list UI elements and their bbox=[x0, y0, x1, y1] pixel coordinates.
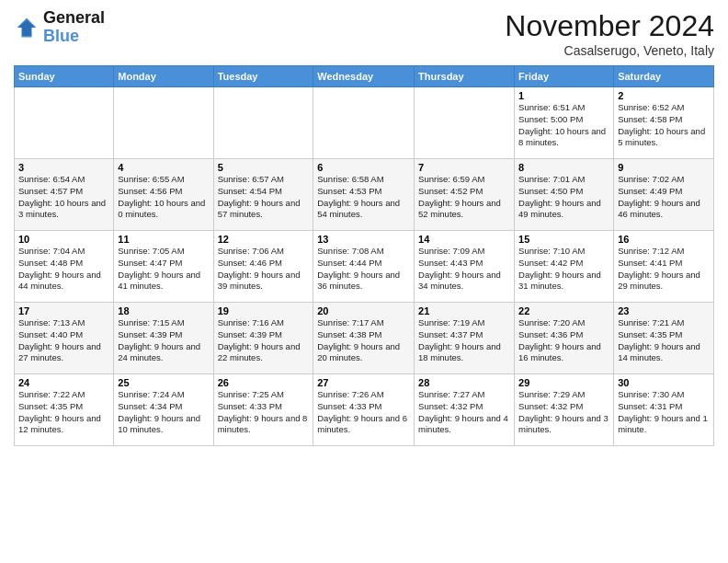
day-info: Sunrise: 7:24 AM Sunset: 4:34 PM Dayligh… bbox=[118, 389, 209, 436]
calendar-cell-w3d0: 17Sunrise: 7:13 AM Sunset: 4:40 PM Dayli… bbox=[15, 303, 114, 374]
calendar-cell-w2d2: 12Sunrise: 7:06 AM Sunset: 4:46 PM Dayli… bbox=[213, 231, 313, 303]
calendar-cell-w0d6: 2Sunrise: 6:52 AM Sunset: 4:58 PM Daylig… bbox=[614, 87, 714, 159]
day-info: Sunrise: 6:59 AM Sunset: 4:52 PM Dayligh… bbox=[418, 174, 510, 221]
calendar-cell-w2d5: 15Sunrise: 7:10 AM Sunset: 4:42 PM Dayli… bbox=[515, 231, 614, 303]
title-block: November 2024 Casalserugo, Veneto, Italy bbox=[505, 9, 714, 58]
day-info: Sunrise: 7:15 AM Sunset: 4:39 PM Dayligh… bbox=[118, 317, 209, 364]
day-info: Sunrise: 7:13 AM Sunset: 4:40 PM Dayligh… bbox=[18, 317, 109, 364]
calendar-cell-w1d3: 6Sunrise: 6:58 AM Sunset: 4:53 PM Daylig… bbox=[313, 159, 415, 231]
day-number: 13 bbox=[317, 234, 410, 245]
day-number: 20 bbox=[317, 305, 410, 316]
calendar-cell-w1d5: 8Sunrise: 7:01 AM Sunset: 4:50 PM Daylig… bbox=[515, 159, 614, 231]
calendar-cell-w4d6: 30Sunrise: 7:30 AM Sunset: 4:31 PM Dayli… bbox=[614, 374, 714, 446]
day-info: Sunrise: 6:54 AM Sunset: 4:57 PM Dayligh… bbox=[18, 174, 109, 221]
day-number: 15 bbox=[518, 234, 609, 245]
calendar-cell-w3d5: 22Sunrise: 7:20 AM Sunset: 4:36 PM Dayli… bbox=[515, 303, 614, 374]
day-info: Sunrise: 7:02 AM Sunset: 4:49 PM Dayligh… bbox=[618, 174, 710, 221]
day-number: 5 bbox=[218, 162, 310, 173]
day-info: Sunrise: 7:29 AM Sunset: 4:32 PM Dayligh… bbox=[518, 389, 609, 436]
day-number: 4 bbox=[118, 162, 209, 173]
calendar-cell-w4d3: 27Sunrise: 7:26 AM Sunset: 4:33 PM Dayli… bbox=[313, 374, 415, 446]
calendar-cell-w1d4: 7Sunrise: 6:59 AM Sunset: 4:52 PM Daylig… bbox=[415, 159, 515, 231]
logo-line2: Blue bbox=[43, 28, 105, 46]
day-info: Sunrise: 7:04 AM Sunset: 4:48 PM Dayligh… bbox=[18, 246, 109, 293]
day-info: Sunrise: 7:05 AM Sunset: 4:47 PM Dayligh… bbox=[118, 246, 209, 293]
day-number: 17 bbox=[18, 305, 109, 316]
day-number: 30 bbox=[618, 377, 710, 388]
location: Casalserugo, Veneto, Italy bbox=[505, 43, 714, 58]
day-info: Sunrise: 7:17 AM Sunset: 4:38 PM Dayligh… bbox=[317, 317, 410, 364]
day-info: Sunrise: 7:08 AM Sunset: 4:44 PM Dayligh… bbox=[317, 246, 410, 293]
calendar: Sunday Monday Tuesday Wednesday Thursday… bbox=[14, 65, 714, 446]
day-info: Sunrise: 7:26 AM Sunset: 4:33 PM Dayligh… bbox=[317, 389, 410, 436]
day-number: 9 bbox=[618, 162, 710, 173]
day-number: 8 bbox=[518, 162, 609, 173]
page: General Blue November 2024 Casalserugo, … bbox=[0, 0, 728, 563]
col-thursday: Thursday bbox=[415, 66, 515, 87]
day-number: 24 bbox=[18, 377, 109, 388]
day-info: Sunrise: 7:30 AM Sunset: 4:31 PM Dayligh… bbox=[618, 389, 710, 436]
calendar-cell-w1d1: 4Sunrise: 6:55 AM Sunset: 4:56 PM Daylig… bbox=[114, 159, 213, 231]
calendar-cell-w2d0: 10Sunrise: 7:04 AM Sunset: 4:48 PM Dayli… bbox=[15, 231, 114, 303]
calendar-cell-w4d0: 24Sunrise: 7:22 AM Sunset: 4:35 PM Dayli… bbox=[15, 374, 114, 446]
day-number: 3 bbox=[18, 162, 109, 173]
day-number: 26 bbox=[218, 377, 310, 388]
col-sunday: Sunday bbox=[15, 66, 114, 87]
calendar-cell-w3d4: 21Sunrise: 7:19 AM Sunset: 4:37 PM Dayli… bbox=[415, 303, 515, 374]
calendar-cell-w0d2 bbox=[213, 87, 313, 159]
day-info: Sunrise: 7:12 AM Sunset: 4:41 PM Dayligh… bbox=[618, 246, 710, 293]
day-number: 22 bbox=[518, 305, 609, 316]
day-info: Sunrise: 6:52 AM Sunset: 4:58 PM Dayligh… bbox=[618, 102, 710, 149]
day-number: 29 bbox=[518, 377, 609, 388]
logo-icon bbox=[14, 15, 40, 40]
col-monday: Monday bbox=[114, 66, 213, 87]
day-info: Sunrise: 7:22 AM Sunset: 4:35 PM Dayligh… bbox=[18, 389, 109, 436]
month-title: November 2024 bbox=[505, 9, 714, 43]
day-number: 25 bbox=[118, 377, 209, 388]
day-info: Sunrise: 7:01 AM Sunset: 4:50 PM Dayligh… bbox=[518, 174, 609, 221]
logo-text: General Blue bbox=[43, 9, 105, 46]
calendar-cell-w0d1 bbox=[114, 87, 213, 159]
day-info: Sunrise: 6:51 AM Sunset: 5:00 PM Dayligh… bbox=[518, 102, 609, 149]
calendar-cell-w2d6: 16Sunrise: 7:12 AM Sunset: 4:41 PM Dayli… bbox=[614, 231, 714, 303]
calendar-cell-w3d2: 19Sunrise: 7:16 AM Sunset: 4:39 PM Dayli… bbox=[213, 303, 313, 374]
day-number: 14 bbox=[418, 234, 510, 245]
calendar-header-row: Sunday Monday Tuesday Wednesday Thursday… bbox=[15, 66, 714, 87]
day-info: Sunrise: 7:21 AM Sunset: 4:35 PM Dayligh… bbox=[618, 317, 710, 364]
col-tuesday: Tuesday bbox=[213, 66, 313, 87]
calendar-cell-w1d2: 5Sunrise: 6:57 AM Sunset: 4:54 PM Daylig… bbox=[213, 159, 313, 231]
day-number: 21 bbox=[418, 305, 510, 316]
day-info: Sunrise: 6:55 AM Sunset: 4:56 PM Dayligh… bbox=[118, 174, 209, 221]
calendar-cell-w4d4: 28Sunrise: 7:27 AM Sunset: 4:32 PM Dayli… bbox=[415, 374, 515, 446]
calendar-cell-w0d5: 1Sunrise: 6:51 AM Sunset: 5:00 PM Daylig… bbox=[515, 87, 614, 159]
calendar-week-4: 24Sunrise: 7:22 AM Sunset: 4:35 PM Dayli… bbox=[15, 374, 714, 446]
calendar-week-3: 17Sunrise: 7:13 AM Sunset: 4:40 PM Dayli… bbox=[15, 303, 714, 374]
col-saturday: Saturday bbox=[614, 66, 714, 87]
calendar-cell-w0d4 bbox=[415, 87, 515, 159]
day-number: 19 bbox=[218, 305, 310, 316]
calendar-cell-w1d0: 3Sunrise: 6:54 AM Sunset: 4:57 PM Daylig… bbox=[15, 159, 114, 231]
day-number: 10 bbox=[18, 234, 109, 245]
day-info: Sunrise: 7:10 AM Sunset: 4:42 PM Dayligh… bbox=[518, 246, 609, 293]
day-number: 16 bbox=[618, 234, 710, 245]
day-number: 11 bbox=[118, 234, 209, 245]
day-info: Sunrise: 6:57 AM Sunset: 4:54 PM Dayligh… bbox=[218, 174, 310, 221]
day-info: Sunrise: 6:58 AM Sunset: 4:53 PM Dayligh… bbox=[317, 174, 410, 221]
calendar-cell-w4d2: 26Sunrise: 7:25 AM Sunset: 4:33 PM Dayli… bbox=[213, 374, 313, 446]
col-friday: Friday bbox=[515, 66, 614, 87]
calendar-cell-w2d1: 11Sunrise: 7:05 AM Sunset: 4:47 PM Dayli… bbox=[114, 231, 213, 303]
day-info: Sunrise: 7:09 AM Sunset: 4:43 PM Dayligh… bbox=[418, 246, 510, 293]
day-info: Sunrise: 7:19 AM Sunset: 4:37 PM Dayligh… bbox=[418, 317, 510, 364]
col-wednesday: Wednesday bbox=[313, 66, 415, 87]
calendar-cell-w1d6: 9Sunrise: 7:02 AM Sunset: 4:49 PM Daylig… bbox=[614, 159, 714, 231]
calendar-cell-w0d0 bbox=[15, 87, 114, 159]
calendar-cell-w2d3: 13Sunrise: 7:08 AM Sunset: 4:44 PM Dayli… bbox=[313, 231, 415, 303]
calendar-week-1: 3Sunrise: 6:54 AM Sunset: 4:57 PM Daylig… bbox=[15, 159, 714, 231]
day-number: 28 bbox=[418, 377, 510, 388]
calendar-week-0: 1Sunrise: 6:51 AM Sunset: 5:00 PM Daylig… bbox=[15, 87, 714, 159]
day-info: Sunrise: 7:20 AM Sunset: 4:36 PM Dayligh… bbox=[518, 317, 609, 364]
calendar-cell-w3d6: 23Sunrise: 7:21 AM Sunset: 4:35 PM Dayli… bbox=[614, 303, 714, 374]
day-number: 27 bbox=[317, 377, 410, 388]
calendar-cell-w0d3 bbox=[313, 87, 415, 159]
calendar-cell-w2d4: 14Sunrise: 7:09 AM Sunset: 4:43 PM Dayli… bbox=[415, 231, 515, 303]
